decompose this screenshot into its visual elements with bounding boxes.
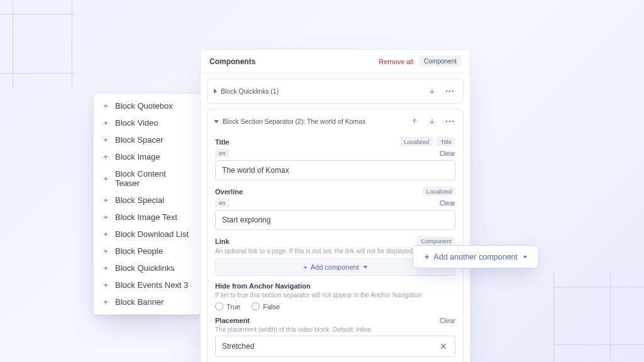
picker-item-label: Block Image [115,152,160,162]
field-label: Title [215,138,396,146]
components-panel: Components Remove all Component Block Qu… [200,49,470,362]
component-section-separator: Block Section Separator (2): The world o… [207,109,464,362]
plus-icon: + [103,152,109,162]
picker-item-label: Block Banner [115,297,164,307]
picker-item-banner[interactable]: +Block Banner [94,293,201,310]
radio-icon [252,302,260,310]
picker-item-video[interactable]: +Block Video [94,114,201,131]
svg-point-4 [449,121,451,123]
component-type-badge: Component [419,56,461,67]
picker-item-quicklinks[interactable]: +Block Quicklinks [94,260,201,277]
placement-select[interactable]: Stretched ✕ [215,336,455,357]
field-title: Title Localized Title en Clear [215,137,455,180]
plus-icon: + [103,101,109,111]
plus-icon: + [103,195,109,205]
language-pill[interactable]: en [215,198,230,207]
panel-title: Components [209,57,379,66]
picker-item-label: Block Quotebox [115,101,173,111]
section-header[interactable]: Block Quicklinks (1) [208,79,463,103]
remove-all-button[interactable]: Remove all [379,58,413,65]
picker-item-download-list[interactable]: +Block Download List [94,226,201,243]
picker-item-label: Block Events Next 3 [115,280,188,290]
plus-icon: + [425,252,430,261]
picker-item-image-text[interactable]: +Block Image Text [94,209,201,226]
svg-point-0 [446,90,448,92]
field-label: Placement [215,317,436,324]
picker-item-label: Block Content Teaser [115,169,192,188]
picker-item-label: Block Spacer [115,135,164,145]
section-title: Block Section Separator (2): The world o… [223,118,404,125]
picker-item-label: Block Image Text [115,212,177,222]
move-down-button[interactable] [425,114,439,128]
plus-icon: + [103,135,109,145]
block-picker-menu: +Block Quotebox +Block Video +Block Spac… [93,93,201,315]
field-hide-anchor: Hide from Anchor Navigation If set to tr… [215,282,455,310]
radio-label: False [263,303,280,310]
picker-item-special[interactable]: +Block Special [94,192,201,209]
picker-item-label: Block People [115,246,163,256]
add-component-label: Add component [311,263,359,271]
picker-item-label: Block Download List [115,229,189,239]
plus-icon: + [303,263,307,271]
field-placement: Placement Clear The placement (width) of… [215,317,455,357]
radio-icon [215,302,223,310]
language-pill[interactable]: en [215,148,230,158]
picker-item-quotebox[interactable]: +Block Quotebox [94,97,201,114]
add-another-label: Add another component [434,253,518,261]
svg-point-3 [446,121,448,123]
picker-item-content-teaser[interactable]: +Block Content Teaser [94,165,201,192]
plus-icon: + [103,118,109,128]
plus-icon: + [103,174,109,184]
radio-false[interactable]: False [252,302,280,310]
picker-item-image[interactable]: +Block Image [94,148,201,165]
picker-item-events-next-3[interactable]: +Block Events Next 3 [94,277,201,293]
clear-link[interactable]: Clear [440,317,455,324]
picker-item-label: Block Video [115,118,158,128]
panel-header: Components Remove all Component [201,50,470,74]
field-label: Link [215,238,413,245]
add-another-component-button[interactable]: + Add another component [413,245,539,268]
clear-link[interactable]: Clear [440,150,455,157]
picker-item-spacer[interactable]: +Block Spacer [94,131,201,148]
radio-true[interactable]: True [215,302,240,310]
plus-icon: + [103,246,109,256]
move-down-button[interactable] [425,84,439,98]
more-options-button[interactable] [443,114,457,128]
select-value: Stretched [222,342,438,351]
move-up-button[interactable] [408,114,421,128]
plus-icon: + [103,229,109,239]
svg-point-1 [449,90,451,92]
help-text: If set to true this section separator wi… [215,292,455,299]
radio-label: True [226,303,240,310]
caret-down-icon [214,120,219,123]
title-input[interactable] [215,160,455,180]
picker-item-label: Block Special [115,195,164,205]
plus-icon: + [103,280,109,290]
clear-link[interactable]: Clear [440,199,455,207]
section-header[interactable]: Block Section Separator (2): The world o… [208,109,463,133]
field-label: Hide from Anchor Navigation [215,282,455,290]
help-text: The placement (width) of this video bloc… [215,326,455,333]
title-badge: Title [436,137,455,146]
field-label: Overline [215,188,419,195]
component-section-quicklinks: Block Quicklinks (1) [207,79,464,104]
chevron-down-icon [523,256,527,258]
plus-icon: + [103,263,109,273]
section-title: Block Quicklinks (1) [221,87,421,95]
picker-item-people[interactable]: +Block People [94,243,201,260]
svg-point-2 [452,90,454,92]
plus-icon: + [103,212,109,222]
plus-icon: + [103,297,109,307]
component-badge: Component [417,236,455,246]
clear-x-icon[interactable]: ✕ [438,341,448,351]
chevron-down-icon [364,266,367,268]
overline-input[interactable] [215,210,455,230]
caret-right-icon [214,89,217,94]
field-overline: Overline Localized en Clear [215,187,455,230]
picker-item-label: Block Quicklinks [115,263,175,273]
localized-badge: Localized [423,187,455,196]
more-options-button[interactable] [443,84,457,98]
svg-point-5 [452,121,454,123]
localized-badge: Localized [400,137,433,146]
